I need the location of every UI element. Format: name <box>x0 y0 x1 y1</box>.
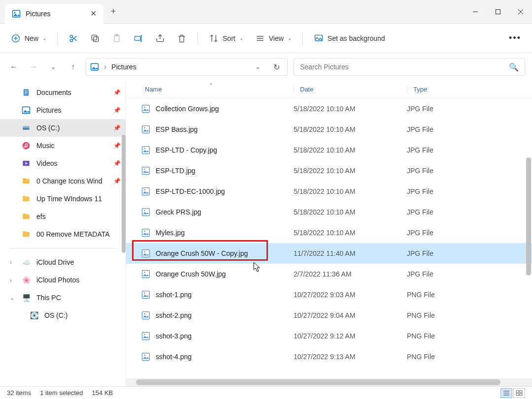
sidebar-item-label: 00 Remove METADATA <box>36 230 110 238</box>
column-date-label: Date <box>300 86 313 93</box>
sort-label: Sort <box>223 34 235 42</box>
file-name: sshot-2.png <box>156 311 294 319</box>
copy-button[interactable] <box>85 29 105 48</box>
file-area: Name ˄ Date Type Collection Grows.jpg5/1… <box>126 81 532 386</box>
image-file-icon <box>141 331 151 341</box>
sidebar-item[interactable]: OS (C:)📌 <box>0 119 126 137</box>
sidebar-item[interactable]: Videos📌 <box>0 154 126 172</box>
recent-dropdown[interactable]: ⌄ <box>46 60 60 74</box>
file-row[interactable]: sshot-2.png10/27/2022 9:04 AMPNG File <box>126 305 532 326</box>
maximize-button[interactable] <box>487 3 509 21</box>
file-row[interactable]: sshot-1.png10/27/2022 9:03 AMPNG File <box>126 284 532 305</box>
forward-button[interactable]: → <box>27 60 40 74</box>
sidebar: Documents📌Pictures📌OS (C:)📌Music📌Videos📌… <box>0 81 126 386</box>
svg-point-45 <box>144 189 145 190</box>
column-type[interactable]: Type <box>407 86 496 93</box>
sidebar-item[interactable]: Up Time WIndows 11 <box>0 190 126 208</box>
svg-rect-36 <box>142 105 150 113</box>
sidebar-item[interactable]: 0 Change Icons Wind📌 <box>0 172 126 190</box>
search-icon[interactable]: 🔍 <box>509 62 519 72</box>
file-row[interactable]: sshot-3.png10/27/2022 9:12 AMPNG File <box>126 326 532 346</box>
rename-button[interactable] <box>129 29 148 48</box>
up-button[interactable]: ↑ <box>66 60 80 74</box>
file-date: 5/18/2022 10:10 AM <box>294 187 407 195</box>
tab-pictures[interactable]: Pictures ✕ <box>5 4 103 24</box>
file-row[interactable]: ESP Bass.jpg5/18/2022 10:10 AMJPG File <box>126 119 532 140</box>
file-row[interactable]: Orange Crush 50W.jpg2/7/2022 11:36 AMJPG… <box>126 264 532 284</box>
file-list-scrollbar[interactable] <box>526 157 531 276</box>
sidebar-item-icloud-photos[interactable]: › 🌸 iCloud Photos <box>0 271 126 289</box>
address-bar[interactable]: › Pictures ⌄ ↻ <box>86 58 288 76</box>
details-view-button[interactable] <box>500 388 512 398</box>
search-input[interactable] <box>300 63 509 71</box>
sidebar-item[interactable]: efs <box>0 208 126 225</box>
delete-button[interactable] <box>172 29 192 48</box>
file-date: 11/7/2022 11:40 AM <box>294 249 407 257</box>
svg-rect-40 <box>142 147 150 154</box>
view-icon <box>255 33 265 43</box>
sidebar-item-label: iCloud Photos <box>36 276 79 284</box>
horizontal-scrollbar[interactable] <box>126 378 532 386</box>
sidebar-item-icloud-drive[interactable]: › ☁️ iCloud Drive <box>0 253 126 271</box>
sidebar-item[interactable]: 00 Remove METADATA <box>0 225 126 243</box>
search-box[interactable]: 🔍 <box>294 58 525 76</box>
sidebar-item[interactable]: Pictures📌 <box>0 101 126 119</box>
minimize-button[interactable] <box>464 3 487 21</box>
pic-icon <box>22 106 31 115</box>
share-button[interactable] <box>150 29 170 48</box>
new-tab-button[interactable]: + <box>103 6 123 17</box>
file-type: PNG File <box>407 332 496 340</box>
sidebar-item[interactable]: Music📌 <box>0 137 126 154</box>
pictures-icon <box>12 9 21 18</box>
copy-icon <box>90 33 100 43</box>
refresh-button[interactable]: ↻ <box>269 60 283 74</box>
file-type: JPG File <box>407 270 496 278</box>
close-window-button[interactable] <box>509 3 532 21</box>
set-background-button[interactable]: Set as background <box>309 29 390 48</box>
sort-indicator-icon: ˄ <box>210 83 212 88</box>
video-icon <box>22 159 31 168</box>
close-tab-icon[interactable]: ✕ <box>90 9 97 18</box>
photos-icon: 🌸 <box>22 276 31 284</box>
svg-rect-38 <box>142 126 150 133</box>
file-type: PNG File <box>407 311 496 319</box>
file-row[interactable]: Myles.jpg5/18/2022 10:10 AMJPG File <box>126 222 532 243</box>
file-row[interactable]: ESP-LTD-EC-1000.jpg5/18/2022 10:10 AMJPG… <box>126 181 532 202</box>
svg-rect-48 <box>142 229 150 237</box>
file-row[interactable]: sshot-4.png10/27/2022 9:13 AMPNG File <box>126 346 532 367</box>
sidebar-scrollbar[interactable] <box>122 135 126 253</box>
sidebar-item[interactable]: Documents📌 <box>0 84 126 101</box>
sidebar-item-thispc[interactable]: ⌄ 🖥️ This PC <box>0 289 126 307</box>
sort-button[interactable]: Sort ⌄ <box>204 29 248 48</box>
scrollbar-thumb[interactable] <box>136 379 500 385</box>
file-row[interactable]: ESP-LTD - Copy.jpg5/18/2022 10:10 AMJPG … <box>126 140 532 160</box>
svg-point-37 <box>144 106 145 108</box>
file-row[interactable]: Orange Crush 50W - Copy.jpg11/7/2022 11:… <box>126 243 532 264</box>
share-icon <box>155 33 165 43</box>
cut-button[interactable] <box>64 29 83 48</box>
svg-rect-14 <box>92 35 97 40</box>
back-button[interactable]: ← <box>7 60 21 74</box>
view-button[interactable]: View ⌄ <box>250 29 297 48</box>
column-date[interactable]: Date <box>294 86 407 93</box>
address-dropdown-icon[interactable]: ⌄ <box>251 60 265 74</box>
chevron-down-icon: ⌄ <box>42 35 46 41</box>
image-file-icon <box>141 186 151 196</box>
paste-button[interactable] <box>107 29 127 48</box>
new-button[interactable]: New ⌄ <box>6 29 51 48</box>
more-button[interactable]: ••• <box>504 29 526 48</box>
svg-rect-28 <box>25 92 28 92</box>
disk-icon <box>22 123 31 132</box>
new-label: New <box>25 34 38 42</box>
file-type: JPG File <box>407 208 496 216</box>
file-date: 5/18/2022 10:10 AM <box>294 167 407 175</box>
sort-icon <box>209 33 219 43</box>
file-row[interactable]: Greck PRS.jpg5/18/2022 10:10 AMJPG File <box>126 202 532 222</box>
svg-rect-56 <box>142 312 150 319</box>
file-row[interactable]: ESP-LTD.jpg5/18/2022 10:10 AMJPG File <box>126 160 532 181</box>
column-name[interactable]: Name ˄ <box>141 86 294 93</box>
thumbnails-view-button[interactable] <box>513 388 525 398</box>
file-row[interactable]: Collection Grows.jpg5/18/2022 10:10 AMJP… <box>126 98 532 119</box>
svg-rect-65 <box>516 391 519 393</box>
sidebar-item-os-drive[interactable]: 💽 OS (C:) <box>0 307 126 324</box>
